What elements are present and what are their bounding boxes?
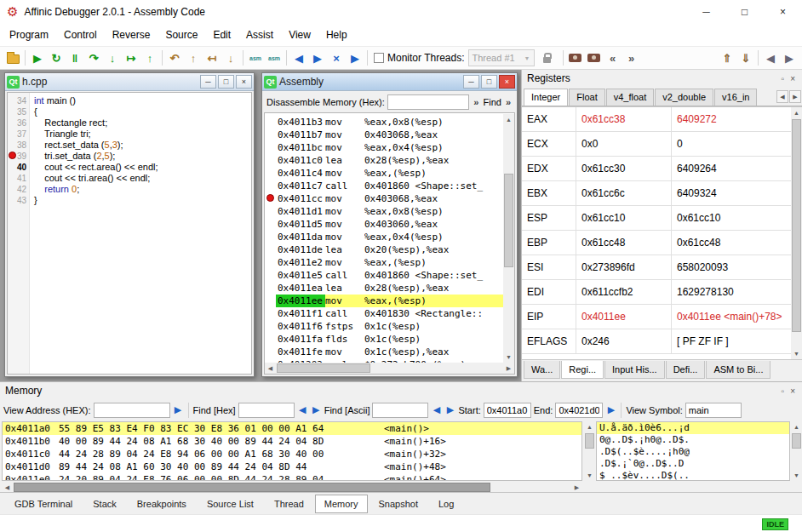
reverse-step-icon[interactable]: ↑ — [184, 49, 203, 67]
monitor-threads-checkbox[interactable] — [374, 53, 384, 63]
register-dec-value[interactable]: 6409264 — [672, 157, 802, 180]
register-row[interactable]: EDX0x61cc306409264 — [522, 157, 802, 181]
chevron-right-icon[interactable]: » — [472, 97, 480, 107]
asm-line[interactable]: 0x4011c7call0x401860 <Shape::set_ — [265, 180, 503, 192]
find-ascii-prev-icon[interactable]: ◀ — [431, 404, 442, 415]
find-ascii-next-icon[interactable]: ▶ — [444, 404, 455, 415]
cross-arrows-icon[interactable]: × — [327, 49, 346, 67]
register-row[interactable]: EFLAGS0x246[ PF ZF IF ] — [522, 329, 802, 354]
tab-scroll-right-icon[interactable]: ▶ — [789, 90, 801, 103]
scroll-up-icon[interactable]: ▲ — [584, 421, 595, 432]
menu-reverse[interactable]: Reverse — [105, 26, 158, 44]
asm-line[interactable]: 0x4011damov%eax,0x4(%esp) — [265, 231, 503, 243]
go-address-icon[interactable]: ▶ — [173, 404, 184, 415]
minimize-button[interactable]: ─ — [463, 75, 479, 89]
scroll-down-icon[interactable]: ▼ — [791, 348, 802, 359]
code-line[interactable]: 36 Rectangle rect; — [8, 117, 251, 129]
register-tab-v2-double[interactable]: v2_double — [655, 89, 713, 106]
code-line[interactable]: 38 rect.set_data (5,3); — [8, 140, 251, 151]
asm-line[interactable]: 0x4011f6fstps0x1c(%esp) — [265, 320, 503, 333]
scroll-up-icon[interactable]: ▲ — [791, 107, 802, 118]
register-tab-v16-in[interactable]: v16_in — [714, 89, 757, 106]
register-row[interactable]: ECX0x00 — [522, 132, 802, 157]
memory-ascii-row[interactable]: 0@..D$.¡h0@..D$. — [597, 434, 789, 446]
asm-line[interactable]: 0x4011delea0x20(%esp),%eax — [265, 243, 503, 256]
register-dec-value[interactable]: 0 — [672, 132, 802, 156]
view-address-input[interactable] — [94, 403, 170, 418]
panel-tab-regi[interactable]: Regi... — [561, 361, 604, 379]
register-hex-value[interactable]: 0x61cc48 — [576, 231, 672, 255]
close-button[interactable]: × — [764, 0, 802, 24]
scroll-down-icon[interactable]: ▼ — [503, 352, 514, 363]
maximize-button[interactable]: □ — [725, 0, 764, 24]
code-line[interactable]: 37 Triangle tri; — [8, 129, 251, 140]
maximize-button[interactable]: □ — [481, 75, 497, 89]
menu-help[interactable]: Help — [318, 26, 355, 44]
line-number[interactable]: 39 — [8, 151, 30, 162]
step-into-icon[interactable]: ↓ — [103, 49, 122, 67]
restart-icon[interactable]: ↻ — [47, 49, 66, 67]
asm-line[interactable]: 0x4011b3mov%eax,0x8(%esp) — [265, 116, 503, 129]
source-window-titlebar[interactable]: Qt h.cpp ─ □ × — [5, 73, 254, 91]
register-dec-value[interactable]: 6409324 — [672, 181, 802, 205]
panel-tab-defi[interactable]: Defi... — [666, 361, 706, 379]
assembly-listing[interactable]: 0x4011b3mov%eax,0x8(%esp)0x4011b7mov0x40… — [264, 112, 515, 375]
tab-source-list[interactable]: Source List — [198, 495, 263, 513]
tab-breakpoints[interactable]: Breakpoints — [128, 495, 196, 513]
horizontal-scrollbar[interactable]: ◀ ▶ — [265, 363, 514, 374]
scroll-down-icon[interactable]: ▼ — [584, 470, 595, 481]
breakpoint-icon[interactable] — [266, 194, 274, 202]
breakpoint-icon[interactable] — [9, 152, 16, 159]
run-to-cursor-icon[interactable]: ▶ — [346, 49, 364, 67]
frame-up-icon[interactable]: ⇑ — [718, 49, 736, 67]
pause-icon[interactable]: ‖ — [66, 49, 84, 67]
register-dec-value[interactable]: 0x4011ee <main()+78> — [672, 305, 802, 329]
register-hex-value[interactable]: 0x611ccfb2 — [576, 280, 672, 304]
code-line[interactable]: 40 cout << rect.area() << endl; — [8, 162, 251, 173]
register-hex-value[interactable]: 0x61cc6c — [576, 181, 672, 205]
vertical-scrollbar[interactable]: ▲ ▼ — [791, 107, 802, 359]
find-hex-next-icon[interactable]: ▶ — [311, 404, 322, 415]
register-hex-value[interactable]: 0x246 — [576, 329, 672, 353]
memory-ascii-pane[interactable]: U.å.äð.ì0è6...¡d0@..D$.¡h0@..D$..D$(..$è… — [596, 421, 790, 481]
line-number[interactable]: 34 — [8, 95, 30, 106]
history-back-icon[interactable]: « — [604, 49, 622, 67]
asm-line[interactable]: 0x4011d1mov%eax,0x8(%esp) — [265, 205, 503, 218]
line-number[interactable]: 37 — [8, 129, 30, 140]
asm-line[interactable]: 0x4011b7mov0x403068,%eax — [265, 129, 503, 141]
titlebar[interactable]: ⚙ Affinic Debugger 2.0.1 - Assembly Code… — [0, 0, 802, 24]
register-hex-value[interactable]: 0x0 — [576, 132, 672, 156]
scroll-thumb[interactable] — [277, 363, 370, 373]
line-number[interactable]: 40 — [8, 162, 30, 173]
register-dec-value[interactable]: 0x61cc10 — [672, 206, 802, 230]
minimize-button[interactable]: ─ — [687, 0, 725, 24]
menu-assist[interactable]: Assist — [238, 26, 281, 44]
tab-log[interactable]: Log — [429, 495, 463, 513]
compare-camera-icon[interactable] — [585, 49, 604, 67]
reverse-until-icon[interactable]: ↤ — [203, 49, 221, 67]
scroll-thumb[interactable] — [504, 174, 513, 267]
register-row[interactable]: EBX0x61cc6c6409324 — [522, 181, 802, 206]
asm-line[interactable]: 0x4011d5mov0x403060,%eax — [265, 218, 503, 231]
scroll-thumb[interactable] — [792, 433, 801, 449]
asm-line[interactable]: 0x4011f1call0x401830 <Rectangle:: — [265, 307, 503, 320]
close-button[interactable]: × — [499, 75, 515, 89]
asm-line[interactable]: 0x4011femov0x1c(%esp),%eax — [265, 346, 503, 358]
registers-panel-header[interactable]: Registers ▫ × — [522, 70, 802, 87]
asm-line[interactable]: 0x4011eemov%eax,(%esp) — [265, 295, 503, 307]
asm-line[interactable]: 0x4011e5call0x401860 <Shape::set_ — [265, 269, 503, 282]
go-range-icon[interactable]: ▶ — [605, 404, 616, 415]
step-finish-icon[interactable]: ↑ — [140, 49, 159, 67]
register-tab-integer[interactable]: Integer — [524, 89, 568, 106]
open-file-icon[interactable] — [3, 49, 22, 67]
panel-tab-input-his[interactable]: Input His... — [604, 361, 665, 379]
asm-line[interactable]: 0x4011ealea0x28(%esp),%eax — [265, 282, 503, 295]
source-editor[interactable]: 34int main ()35{36 Rectangle rect;37 Tri… — [7, 92, 252, 375]
register-row[interactable]: EIP0x4011ee0x4011ee <main()+78> — [522, 305, 802, 329]
memory-row[interactable]: 0x4011d089 44 24 08 A1 60 30 40 00 89 44… — [3, 460, 581, 473]
register-tab-v4-float[interactable]: v4_float — [606, 89, 655, 106]
register-hex-value[interactable]: 0x61cc10 — [576, 206, 672, 230]
register-tab-float[interactable]: Float — [569, 89, 604, 106]
memory-panel-header[interactable]: Memory ▫ × — [0, 382, 802, 399]
run-icon[interactable]: ▶ — [28, 49, 47, 67]
